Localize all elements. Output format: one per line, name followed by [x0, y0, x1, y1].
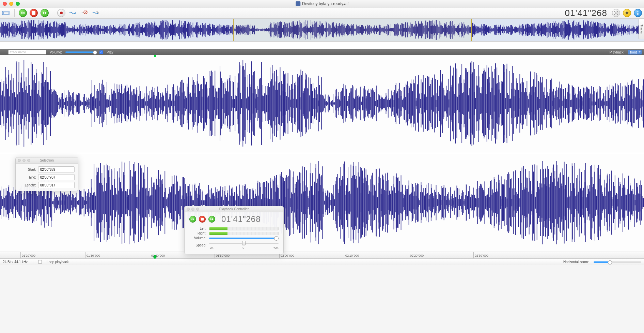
svg-rect-169 [87, 26, 87, 33]
panel-close-icon[interactable] [18, 159, 21, 162]
svg-rect-2507 [285, 178, 286, 227]
svg-rect-2044 [598, 99, 599, 108]
svg-rect-2296 [135, 162, 135, 243]
svg-rect-1659 [323, 95, 324, 111]
svg-rect-1331 [88, 98, 89, 109]
panel-volume-slider[interactable] [209, 238, 279, 239]
track-volume-slider[interactable] [65, 51, 96, 53]
panel-zoom-icon[interactable] [27, 159, 30, 162]
svg-rect-2317 [150, 196, 150, 209]
svg-rect-1366 [113, 91, 114, 117]
edit-tool-icon[interactable] [91, 9, 100, 17]
panel-zoom-icon[interactable] [196, 208, 199, 211]
minimize-window-button[interactable] [9, 2, 13, 6]
svg-rect-2642 [382, 175, 383, 230]
svg-rect-1711 [360, 87, 361, 120]
cancel-tool-icon[interactable] [80, 9, 89, 17]
close-window-button[interactable] [3, 2, 7, 6]
svg-rect-136 [69, 27, 69, 33]
panel-close-icon[interactable] [187, 208, 190, 211]
svg-rect-2996 [635, 195, 636, 210]
forward-button[interactable] [41, 9, 49, 17]
svg-rect-1335 [91, 93, 92, 114]
svg-rect-1937 [522, 82, 522, 125]
svg-rect-43 [19, 25, 19, 34]
burn-button[interactable] [623, 9, 631, 17]
selection-end-input[interactable] [38, 174, 75, 180]
svg-rect-1118 [596, 24, 596, 36]
selection-length-input[interactable] [38, 182, 75, 188]
panel-min-icon[interactable] [22, 159, 26, 162]
svg-rect-387 [203, 25, 204, 34]
svg-rect-2757 [465, 199, 465, 206]
panel-speed-slider[interactable] [209, 241, 279, 246]
play-checkbox[interactable]: ✓ [99, 50, 103, 54]
svg-rect-2721 [439, 200, 439, 205]
svg-rect-2202 [67, 196, 68, 209]
tracks-sidebar-tab[interactable]: Tracks [639, 19, 644, 39]
loop-playback-checkbox[interactable] [38, 260, 42, 264]
svg-rect-1592 [275, 81, 276, 125]
svg-rect-2320 [152, 195, 152, 211]
svg-rect-1161 [619, 25, 619, 34]
waveform-right-channel[interactable] [0, 154, 644, 252]
panel-rewind-button[interactable] [189, 216, 196, 223]
waveform-editor[interactable] [0, 55, 644, 252]
playhead[interactable] [155, 55, 155, 252]
svg-rect-2131 [16, 195, 17, 210]
svg-rect-1788 [415, 76, 416, 131]
svg-rect-1049 [559, 27, 559, 33]
svg-rect-1668 [329, 97, 330, 110]
track-name-input[interactable]: Track name [8, 50, 46, 55]
svg-rect-1164 [621, 28, 621, 32]
record-button[interactable] [57, 9, 65, 17]
svg-rect-2623 [368, 194, 369, 211]
panel-min-icon[interactable] [191, 208, 194, 211]
svg-rect-2274 [119, 178, 120, 228]
svg-rect-969 [516, 28, 516, 31]
playback-select[interactable]: front [628, 50, 642, 55]
svg-rect-3000 [638, 194, 639, 212]
svg-rect-1178 [628, 26, 629, 33]
svg-rect-1328 [86, 97, 87, 109]
svg-rect-2281 [124, 175, 125, 230]
waveform-left-channel[interactable] [0, 55, 644, 152]
svg-rect-1744 [383, 99, 384, 108]
svg-rect-911 [485, 28, 485, 31]
svg-rect-357 [187, 24, 188, 36]
playback-select-value: front [630, 50, 637, 54]
svg-rect-1355 [105, 93, 106, 114]
transport-tool-icon[interactable] [1, 9, 10, 17]
svg-rect-2981 [625, 187, 625, 217]
info-button[interactable] [634, 9, 642, 17]
svg-rect-2982 [625, 195, 626, 210]
rewind-button[interactable] [19, 9, 27, 17]
svg-rect-122 [61, 23, 62, 36]
panel-forward-button[interactable] [208, 216, 215, 223]
overview-waveform[interactable] [0, 19, 644, 42]
svg-rect-338 [177, 26, 178, 34]
settings-button[interactable] [612, 9, 620, 17]
panel-stop-button[interactable] [199, 216, 206, 223]
svg-rect-2577 [335, 181, 336, 224]
svg-rect-1741 [381, 97, 382, 110]
svg-rect-2968 [615, 195, 616, 210]
svg-rect-1547 [242, 60, 243, 147]
svg-rect-65 [31, 20, 31, 40]
waveform-tool-icon[interactable] [68, 9, 77, 17]
selection-start-input[interactable] [38, 166, 75, 172]
svg-rect-2675 [406, 191, 406, 214]
zoom-window-button[interactable] [16, 2, 20, 6]
svg-rect-2580 [338, 189, 339, 216]
playback-panel-titlebar[interactable]: Playback Controller [185, 206, 283, 212]
svg-rect-2866 [543, 161, 543, 244]
svg-rect-2804 [498, 175, 499, 231]
svg-rect-14 [3, 22, 4, 37]
playback-panel-timecode: 01'41"268 [221, 214, 261, 224]
svg-rect-1072 [571, 27, 572, 33]
overview-selection[interactable] [233, 19, 472, 41]
time-ruler[interactable]: 01'20"00001'30"00001'40"00001'50"00002'0… [0, 252, 644, 259]
selection-panel-titlebar[interactable]: Selection [16, 157, 78, 164]
horizontal-zoom-slider[interactable] [594, 261, 641, 263]
stop-button[interactable] [30, 9, 38, 17]
